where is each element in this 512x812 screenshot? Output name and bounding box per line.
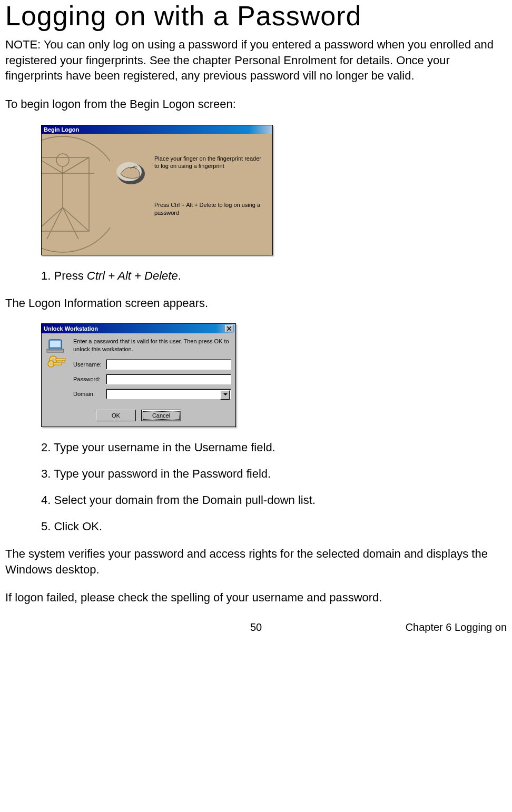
logon-info-text: The Logon Information screen appears. xyxy=(5,295,507,311)
svg-rect-23 xyxy=(63,361,64,363)
intro-text: To begin logon from the Begin Logon scre… xyxy=(5,96,507,112)
step-3: 3. Type your password in the Password fi… xyxy=(41,467,507,481)
ok-button[interactable]: OK xyxy=(96,410,136,421)
svg-point-0 xyxy=(42,136,110,252)
svg-rect-26 xyxy=(53,363,62,365)
chevron-down-icon xyxy=(223,393,228,395)
step-5: 5. Click OK. xyxy=(41,520,507,533)
note-paragraph: NOTE: You can only log on using a passwo… xyxy=(5,37,507,84)
begin-logon-title: Begin Logon xyxy=(44,126,79,133)
svg-line-8 xyxy=(47,207,63,239)
unlock-title: Unlock Workstation xyxy=(44,325,98,332)
svg-point-25 xyxy=(50,363,53,365)
page-number: 50 xyxy=(250,621,262,633)
password-field[interactable] xyxy=(106,374,231,384)
svg-line-10 xyxy=(42,207,63,231)
cancel-button[interactable]: Cancel xyxy=(141,410,181,421)
svg-line-9 xyxy=(63,207,78,239)
begin-logon-titlebar: Begin Logon xyxy=(42,125,272,134)
svg-rect-17 xyxy=(50,341,61,347)
step-1: 1. Press Ctrl + Alt + Delete. xyxy=(41,269,507,283)
step-4: 4. Select your domain from the Domain pu… xyxy=(41,493,507,507)
step-2: 2. Type your username in the Username fi… xyxy=(41,441,507,454)
svg-point-2 xyxy=(56,154,69,166)
unlock-workstation-figure: Unlock Workstation xyxy=(41,323,507,427)
password-label: Password: xyxy=(73,376,106,382)
chapter-label: Chapter 6 Logging on xyxy=(406,621,507,633)
username-label: Username: xyxy=(73,361,106,368)
domain-select[interactable] xyxy=(106,389,231,399)
vitruvian-illustration xyxy=(42,134,110,255)
close-button[interactable] xyxy=(225,325,233,332)
svg-rect-22 xyxy=(56,359,65,361)
begin-logon-fingerprint-text: Place your finger on the fingerprint rea… xyxy=(154,155,267,170)
begin-logon-figure: Begin Logon xyxy=(41,125,507,255)
note-label: NOTE: xyxy=(5,38,41,51)
begin-logon-password-text: Press Ctrl + Alt + Delete to log on usin… xyxy=(154,201,267,216)
page-footer: 50 Chapter 6 Logging on xyxy=(5,621,507,635)
verify-text: The system verifies your password and ac… xyxy=(5,546,507,577)
unlock-instruction: Enter a password that is valid for this … xyxy=(73,338,231,353)
svg-line-11 xyxy=(63,207,89,231)
page-title: Logging on with a Password xyxy=(5,0,507,32)
unlock-workstation-dialog: Unlock Workstation xyxy=(41,323,236,427)
unlock-titlebar: Unlock Workstation xyxy=(42,324,235,333)
domain-label: Domain: xyxy=(73,391,106,397)
begin-logon-dialog: Begin Logon xyxy=(41,125,273,255)
fingerprint-hand-icon xyxy=(115,158,147,186)
fail-text: If logon failed, please check the spelli… xyxy=(5,590,507,606)
unlock-keys-icon xyxy=(46,338,69,403)
note-text: You can only log on using a password if … xyxy=(5,38,494,82)
username-field[interactable] xyxy=(106,359,231,370)
